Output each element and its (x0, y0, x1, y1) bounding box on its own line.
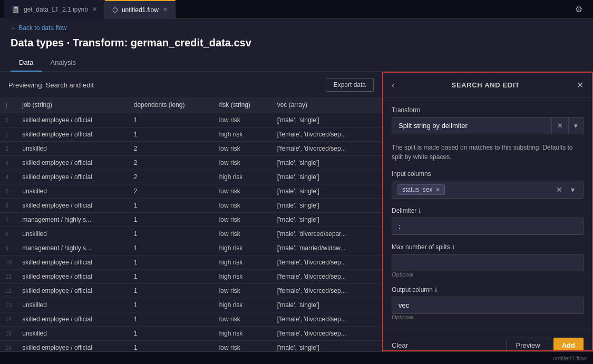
tab-notebook[interactable]: 📓 get_data_LT_2.1.ipynb ✕ (4, 0, 105, 19)
cell-dependents: 1 (129, 255, 214, 270)
max-splits-info-icon[interactable]: ℹ (452, 244, 454, 251)
cell-dependents: 1 (129, 113, 214, 127)
cell-risk: high risk (214, 241, 272, 255)
cell-idx: 11 (0, 270, 17, 284)
cell-job: management / highly s... (17, 241, 129, 255)
table-row: 12 skilled employee / official 1 low ris… (0, 284, 382, 298)
cell-job: unskilled (17, 227, 129, 241)
content-area: Previewing: Search and edit Export data … (0, 72, 593, 351)
cell-vec: ['female', 'divorced/sep... (272, 127, 382, 142)
cell-vec: ['male', 'single'] (272, 184, 382, 199)
gear-icon[interactable]: ⚙ (569, 4, 589, 14)
table-row: 10 skilled employee / official 1 high ri… (0, 255, 382, 270)
delimiter-input[interactable] (392, 218, 584, 235)
data-panel: Previewing: Search and edit Export data … (0, 72, 382, 351)
cell-job: skilled employee / official (17, 284, 129, 298)
cell-vec: ['male', 'single'] (272, 170, 382, 184)
breadcrumb[interactable]: Back to data flow (0, 19, 593, 35)
input-dropdown-button[interactable]: ▾ (568, 184, 578, 195)
table-row: 4 skilled employee / official 2 high ris… (0, 170, 382, 184)
cell-risk: low risk (214, 142, 272, 156)
table-row: 7 management / highly s... 1 low risk ['… (0, 213, 382, 227)
status-text: untitled1.flow (553, 355, 587, 361)
flow-tab-close[interactable]: ✕ (163, 6, 168, 13)
cell-vec: ['female', 'divorced/sep... (272, 142, 382, 156)
add-button[interactable]: Add (553, 338, 584, 351)
cell-risk: high risk (214, 270, 272, 284)
cell-risk: low risk (214, 312, 272, 327)
cell-job: unskilled (17, 142, 129, 156)
tabs-left: 📓 get_data_LT_2.1.ipynb ✕ ⬡ untitled1.fl… (4, 0, 176, 19)
flow-tab-label: untitled1.flow (122, 6, 159, 14)
tab-bar: 📓 get_data_LT_2.1.ipynb ✕ ⬡ untitled1.fl… (0, 0, 593, 19)
cell-risk: high risk (214, 298, 272, 312)
cell-risk: low risk (214, 184, 272, 199)
cell-dependents: 1 (129, 199, 214, 213)
preview-button[interactable]: Preview (507, 338, 549, 351)
table-container[interactable]: ) job (string) dependents (long) risk (s… (0, 97, 382, 351)
cell-risk: low risk (214, 199, 272, 213)
cell-idx: 16 (0, 341, 17, 352)
output-column-input[interactable] (392, 297, 584, 314)
cell-vec: ['male', 'single'] (272, 213, 382, 227)
cell-idx: 9 (0, 241, 17, 255)
notebook-tab-close[interactable]: ✕ (92, 6, 97, 13)
flow-icon: ⬡ (112, 6, 118, 14)
transform-dropdown-button[interactable]: ▾ (569, 117, 583, 134)
max-splits-input[interactable] (392, 254, 584, 271)
description-text: The split is made based on matches to th… (392, 143, 584, 162)
cell-dependents: 2 (129, 184, 214, 199)
edit-panel-close-icon[interactable]: ✕ (577, 80, 584, 90)
tab-flow[interactable]: ⬡ untitled1.flow ✕ (105, 0, 176, 19)
cell-vec: ['male', 'divorced/separ... (272, 227, 382, 241)
table-row: 15 unskilled 1 high risk ['female', 'div… (0, 327, 382, 341)
table-row: 1 skilled employee / official 1 high ris… (0, 127, 382, 142)
cell-idx: 13 (0, 298, 17, 312)
input-clear-button[interactable]: ✕ (553, 184, 566, 195)
transform-clear-button[interactable]: ✕ (552, 117, 568, 134)
table-row: 3 skilled employee / official 2 low risk… (0, 156, 382, 170)
clear-button[interactable]: Clear (392, 341, 408, 349)
delimiter-info-icon[interactable]: ℹ (419, 208, 421, 214)
transform-select-value: Split string by delimiter (392, 117, 551, 134)
delimiter-field: Delimiter ℹ (392, 207, 584, 235)
cell-job: skilled employee / official (17, 255, 129, 270)
page-title: Data types · Transform: german_credit_da… (0, 35, 593, 54)
input-columns-field: Input columns status_sex ✕ ✕ ▾ (392, 170, 584, 199)
transform-select-actions: ✕ ▾ (551, 117, 583, 134)
cell-vec: ['female', 'divorced/sep... (272, 284, 382, 298)
cell-risk: high risk (214, 170, 272, 184)
status-bar: untitled1.flow (0, 351, 593, 364)
input-columns-actions: ✕ ▾ (553, 184, 578, 195)
transform-select[interactable]: Split string by delimiter ✕ ▾ (392, 117, 584, 134)
cell-dependents: 1 (129, 327, 214, 341)
cell-idx: 14 (0, 312, 17, 327)
nav-tabs: Data Analysis (0, 54, 593, 72)
output-column-field: Output column ℹ Optional (392, 286, 584, 320)
cell-risk: low risk (214, 341, 272, 352)
cell-dependents: 1 (129, 213, 214, 227)
cell-vec: ['male', 'married/widow... (272, 241, 382, 255)
cell-job: unskilled (17, 327, 129, 341)
cell-idx: 2 (0, 142, 17, 156)
cell-dependents: 2 (129, 170, 214, 184)
transform-field: Transform Split string by delimiter ✕ ▾ (392, 106, 584, 134)
edit-panel-back-icon[interactable]: ‹ (392, 81, 394, 90)
cell-job: management / highly s... (17, 213, 129, 227)
cell-dependents: 1 (129, 270, 214, 284)
cell-idx: 4 (0, 170, 17, 184)
export-button[interactable]: Export data (326, 78, 374, 92)
cell-idx: 10 (0, 255, 17, 270)
tab-data[interactable]: Data (11, 54, 42, 72)
optional-1: Optional (392, 271, 584, 278)
cell-risk: high risk (214, 255, 272, 270)
main-container: Back to data flow Data types · Transform… (0, 19, 593, 351)
cell-dependents: 1 (129, 298, 214, 312)
input-tag-close[interactable]: ✕ (435, 186, 440, 193)
output-column-info-icon[interactable]: ℹ (435, 287, 437, 293)
data-table: ) job (string) dependents (long) risk (s… (0, 97, 382, 351)
col-vec: vec (array) (272, 97, 382, 113)
cell-dependents: 1 (129, 127, 214, 142)
tab-analysis[interactable]: Analysis (42, 54, 84, 72)
table-row: 2 unskilled 2 low risk ['female', 'divor… (0, 142, 382, 156)
